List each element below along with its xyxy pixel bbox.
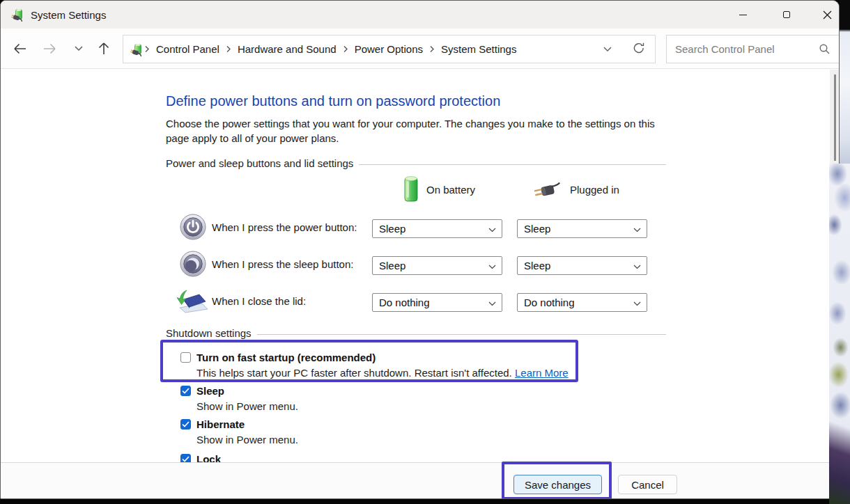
breadcrumb-separator-icon	[429, 45, 435, 53]
footer-bar: Save changes Cancel	[1, 462, 830, 499]
combo-chevron-icon	[633, 260, 641, 271]
desktop-wallpaper-strip	[840, 0, 850, 164]
scrollbar-thumb[interactable]	[834, 74, 836, 161]
address-bar[interactable]: Control Panel Hardware and Sound Power O…	[123, 35, 656, 63]
forward-button[interactable]	[38, 38, 61, 60]
save-changes-button[interactable]: Save changes	[513, 475, 602, 494]
chevron-down-icon	[602, 46, 613, 53]
breadcrumb-separator-icon	[144, 45, 150, 53]
minimize-icon	[739, 15, 747, 15]
combo-chevron-icon	[488, 297, 496, 308]
section-power-and-sleep: Power and sleep buttons and lid settings	[166, 157, 666, 169]
settings-page-content: Define power buttons and turn on passwor…	[1, 70, 830, 462]
page-title: Define power buttons and turn on passwor…	[166, 93, 500, 109]
hibernate-description: Show in Power menu.	[196, 434, 298, 446]
check-icon	[182, 388, 190, 394]
combo-chevron-icon	[633, 297, 641, 308]
address-dropdown-button[interactable]	[602, 43, 613, 56]
vertical-scrollbar[interactable]	[830, 70, 840, 164]
chevron-down-icon	[74, 45, 84, 52]
forward-arrow-icon	[42, 42, 57, 56]
column-header-plugged-in: Plugged in	[570, 184, 619, 196]
breadcrumb-system-settings[interactable]: System Settings	[435, 43, 523, 55]
hibernate-label: Hibernate	[196, 418, 245, 430]
navigation-bar: Control Panel Hardware and Sound Power O…	[1, 29, 840, 69]
up-button[interactable]	[93, 38, 115, 60]
cancel-button[interactable]: Cancel	[618, 475, 677, 494]
close-lid-on-battery-select[interactable]: Do nothing	[372, 293, 502, 312]
lid-close-icon	[176, 290, 209, 315]
sleep-button-icon	[180, 251, 206, 277]
search-box[interactable]	[666, 35, 840, 63]
battery-icon	[403, 175, 419, 203]
hibernate-checkbox[interactable]	[180, 419, 191, 430]
sleep-button-on-battery-select[interactable]: Sleep	[372, 256, 502, 275]
back-button[interactable]	[9, 38, 31, 60]
check-icon	[182, 421, 190, 427]
column-header-on-battery: On battery	[426, 184, 475, 196]
sleep-label: Sleep	[196, 385, 224, 397]
power-button-on-battery-select[interactable]: Sleep	[372, 219, 502, 238]
breadcrumb-separator-icon	[343, 45, 348, 53]
sleep-button-plugged-in-select[interactable]: Sleep	[517, 256, 647, 275]
close-icon	[823, 10, 832, 19]
search-icon	[819, 43, 830, 55]
power-button-icon	[180, 214, 206, 240]
check-icon	[182, 456, 190, 462]
section-shutdown-settings: Shutdown settings	[166, 327, 666, 339]
row-label-power-button: When I press the power button:	[212, 221, 357, 233]
maximize-icon	[783, 11, 790, 18]
minimize-button[interactable]	[727, 1, 759, 29]
breadcrumb-hardware-and-sound[interactable]: Hardware and Sound	[231, 43, 343, 55]
lock-label: Lock	[196, 453, 221, 462]
breadcrumb-control-panel[interactable]: Control Panel	[150, 43, 226, 55]
up-arrow-icon	[97, 41, 111, 56]
combo-chevron-icon	[488, 223, 496, 235]
search-input[interactable]	[675, 43, 819, 55]
system-settings-window: System Settings	[0, 0, 840, 499]
power-options-app-icon	[11, 8, 25, 22]
row-label-close-lid: When I close the lid:	[212, 295, 306, 307]
breadcrumb-app-icon	[130, 42, 144, 56]
back-arrow-icon	[13, 42, 28, 56]
combo-chevron-icon	[488, 260, 496, 271]
recent-pages-dropdown[interactable]	[68, 38, 90, 60]
breadcrumb-separator-icon	[226, 45, 231, 53]
sleep-description: Show in Power menu.	[196, 400, 298, 412]
close-button[interactable]	[811, 1, 840, 29]
page-description: Choose the power settings that you want …	[166, 116, 656, 145]
refresh-button[interactable]	[633, 42, 645, 57]
window-title: System Settings	[31, 9, 106, 21]
power-button-plugged-in-select[interactable]: Sleep	[517, 219, 647, 238]
lock-checkbox[interactable]	[180, 454, 191, 462]
sleep-checkbox[interactable]	[180, 386, 191, 396]
breadcrumb-power-options[interactable]: Power Options	[348, 43, 429, 55]
highlight-box-fast-startup	[160, 340, 578, 382]
refresh-icon	[633, 42, 645, 54]
maximize-button[interactable]	[771, 1, 803, 29]
close-lid-plugged-in-select[interactable]: Do nothing	[517, 293, 647, 312]
combo-chevron-icon	[633, 223, 641, 235]
title-bar: System Settings	[1, 1, 839, 29]
plug-icon	[532, 181, 565, 199]
row-label-sleep-button: When I press the sleep button:	[212, 258, 353, 270]
desktop-wallpaper-strip	[829, 164, 850, 504]
